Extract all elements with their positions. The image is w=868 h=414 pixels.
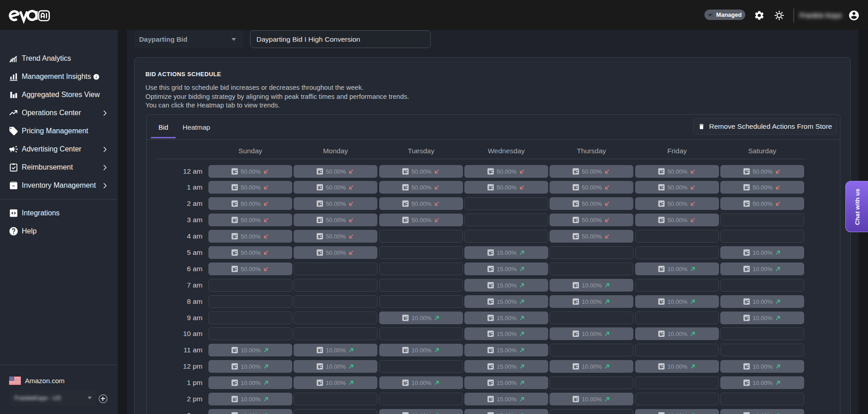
svg-text:$: $ <box>745 316 747 321</box>
svg-text:$: $ <box>233 169 236 174</box>
svg-text:$: $ <box>489 397 492 402</box>
svg-text:$: $ <box>745 250 747 255</box>
svg-text:$: $ <box>233 364 236 369</box>
svg-text:$: $ <box>489 185 492 190</box>
svg-text:$: $ <box>574 201 577 206</box>
svg-text:$: $ <box>404 380 406 385</box>
svg-text:$: $ <box>404 218 406 223</box>
svg-text:$: $ <box>574 218 577 223</box>
svg-text:$: $ <box>745 299 747 304</box>
svg-text:$: $ <box>745 380 747 385</box>
svg-text:$: $ <box>660 299 662 304</box>
svg-text:$: $ <box>660 331 662 336</box>
svg-text:$: $ <box>404 348 406 353</box>
svg-text:$: $ <box>489 169 492 174</box>
svg-text:$: $ <box>233 250 236 255</box>
svg-text:$: $ <box>318 201 321 206</box>
svg-text:$: $ <box>660 201 662 206</box>
svg-text:$: $ <box>404 169 406 174</box>
svg-text:$: $ <box>233 185 236 190</box>
svg-text:$: $ <box>318 380 321 385</box>
svg-text:$: $ <box>318 234 321 239</box>
svg-text:$: $ <box>489 250 492 255</box>
svg-text:$: $ <box>660 364 662 369</box>
svg-text:$: $ <box>574 331 577 336</box>
svg-text:$: $ <box>660 169 662 174</box>
svg-text:$: $ <box>233 267 236 272</box>
svg-text:$: $ <box>489 380 492 385</box>
svg-text:$: $ <box>318 185 321 190</box>
svg-text:$: $ <box>574 169 577 174</box>
svg-text:$: $ <box>745 364 747 369</box>
svg-text:$: $ <box>318 169 321 174</box>
svg-text:$: $ <box>660 267 662 272</box>
svg-text:$: $ <box>233 380 236 385</box>
svg-text:$: $ <box>233 201 236 206</box>
svg-text:$: $ <box>318 250 321 255</box>
svg-text:$: $ <box>489 283 492 288</box>
svg-text:$: $ <box>489 348 492 353</box>
svg-text:$: $ <box>489 267 492 272</box>
svg-text:$: $ <box>318 364 321 369</box>
svg-text:$: $ <box>404 185 406 190</box>
svg-text:$: $ <box>574 283 577 288</box>
svg-text:$: $ <box>660 218 662 223</box>
svg-text:$: $ <box>233 397 236 402</box>
svg-text:$: $ <box>574 397 577 402</box>
svg-text:$: $ <box>489 316 492 321</box>
svg-text:$: $ <box>574 234 577 239</box>
svg-text:$: $ <box>745 169 747 174</box>
svg-text:$: $ <box>745 185 747 190</box>
svg-text:$: $ <box>233 218 236 223</box>
svg-text:$: $ <box>745 201 747 206</box>
svg-text:$: $ <box>489 364 492 369</box>
svg-text:$: $ <box>318 348 321 353</box>
svg-text:$: $ <box>404 316 406 321</box>
svg-text:$: $ <box>233 348 236 353</box>
svg-text:$: $ <box>489 331 492 336</box>
svg-text:$: $ <box>660 185 662 190</box>
svg-text:$: $ <box>489 299 492 304</box>
svg-text:$: $ <box>233 234 236 239</box>
svg-text:$: $ <box>318 218 321 223</box>
svg-text:$: $ <box>745 267 747 272</box>
svg-text:$: $ <box>574 299 577 304</box>
svg-text:$: $ <box>404 201 406 206</box>
svg-text:$: $ <box>574 364 577 369</box>
svg-text:$: $ <box>574 185 577 190</box>
